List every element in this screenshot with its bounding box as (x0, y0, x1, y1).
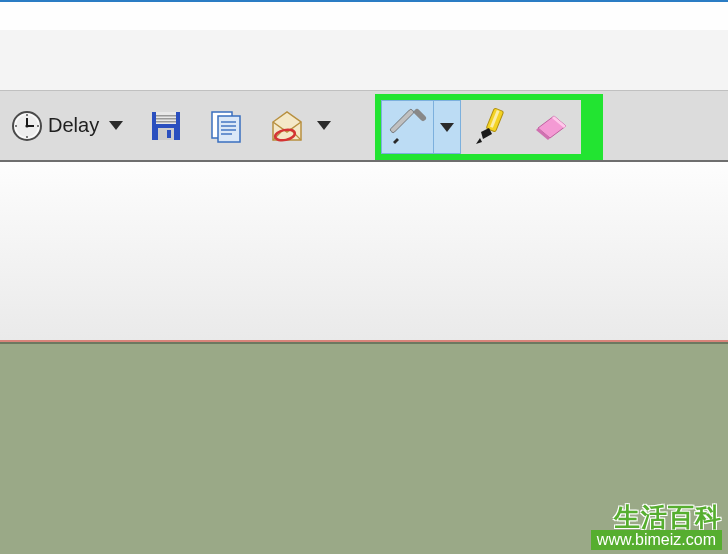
chevron-down-icon (109, 121, 123, 130)
pen-tool-split-button[interactable] (381, 100, 461, 154)
copy-button[interactable] (203, 100, 249, 152)
svg-rect-14 (158, 128, 174, 140)
clock-icon (10, 109, 44, 143)
delay-dropdown[interactable]: Delay (4, 100, 129, 152)
svg-point-8 (15, 125, 17, 127)
delay-label: Delay (48, 114, 99, 137)
toolbar: Delay (0, 90, 728, 162)
save-button[interactable] (143, 100, 189, 152)
canvas-white-region (0, 162, 728, 340)
mail-dropdown[interactable] (263, 100, 337, 152)
svg-rect-17 (218, 116, 240, 142)
highlighter-icon (470, 106, 512, 148)
svg-point-7 (26, 136, 28, 138)
chevron-down-icon (317, 121, 331, 130)
canvas-area (0, 162, 728, 554)
chevron-down-icon (440, 123, 454, 132)
svg-rect-12 (156, 118, 176, 120)
pen-icon (387, 106, 429, 148)
svg-point-4 (25, 124, 28, 127)
eraser-tool-button[interactable] (521, 100, 581, 154)
pen-tool-button[interactable] (382, 101, 434, 153)
svg-point-6 (37, 125, 39, 127)
annotation-tools-highlight (375, 94, 603, 160)
copy-icon (208, 108, 244, 144)
watermark-title: 生活百科 (591, 504, 722, 530)
highlighter-tool-button[interactable] (461, 100, 521, 154)
pen-tool-dropdown[interactable] (434, 101, 460, 153)
watermark: 生活百科 www.bimeiz.com (591, 504, 722, 550)
eraser-icon (530, 106, 572, 148)
window-titlebar (0, 0, 728, 30)
ribbon-band (0, 30, 728, 90)
save-icon (149, 109, 183, 143)
svg-rect-13 (156, 121, 176, 123)
svg-rect-11 (156, 115, 176, 117)
svg-point-5 (26, 114, 28, 116)
watermark-url: www.bimeiz.com (591, 530, 722, 550)
svg-rect-23 (389, 109, 414, 134)
svg-rect-15 (167, 130, 171, 138)
mail-icon (269, 108, 305, 144)
